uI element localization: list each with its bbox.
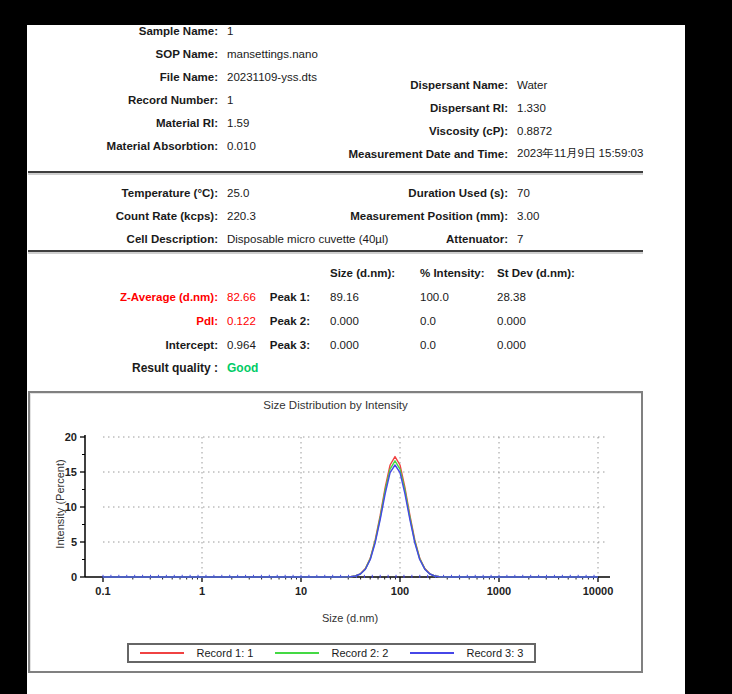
peak2-size: 0.000: [330, 310, 359, 333]
size-distribution-chart: Size Distribution by Intensity Intensity…: [28, 391, 643, 673]
field-label: Duration Used (s):: [287, 187, 508, 199]
legend-entry-record1: Record 1: 1: [129, 647, 264, 659]
peak2-label: Peak 2:: [237, 310, 310, 333]
intercept-label: Intercept:: [27, 334, 218, 357]
section-divider: [28, 250, 643, 252]
peak1-size: 89.16: [330, 286, 359, 309]
peak1-label: Peak 1:: [237, 286, 310, 309]
z-average-label: Z-Average (d.nm):: [27, 286, 218, 309]
field-value: 25.0: [227, 187, 249, 199]
field-value: 3.00: [517, 210, 539, 222]
peak3-label: Peak 3:: [237, 334, 310, 357]
field-value: mansettings.nano: [227, 48, 318, 60]
field-value: 0.010: [227, 140, 256, 152]
info-row: File Name:20231109-yss.dts: [27, 65, 318, 88]
field-value: 1.59: [227, 117, 249, 129]
peak1-stdev: 28.38: [497, 286, 526, 309]
column-header-intensity: % Intensity:: [420, 262, 485, 285]
svg-text:0.1: 0.1: [95, 585, 110, 597]
legend-label: Record 2: 2: [332, 647, 389, 659]
svg-text:100: 100: [391, 585, 409, 597]
info-row: Dispersant RI:1.330: [287, 96, 643, 119]
field-label: Material RI:: [27, 117, 218, 129]
field-value: 7: [517, 233, 523, 245]
svg-text:15: 15: [65, 466, 77, 478]
field-value: 1: [227, 25, 233, 37]
sample-info-right: Dispersant Name:Water Dispersant RI:1.33…: [287, 73, 643, 165]
field-value: 2023年11月9日 15:59:03: [517, 146, 643, 161]
plot-area: 051015200.1110100100010000: [30, 393, 641, 671]
peak2-stdev: 0.000: [497, 310, 526, 333]
column-header-stdev: St Dev (d.nm):: [497, 262, 575, 285]
info-row: Dispersant Name:Water: [287, 73, 643, 96]
info-row: Duration Used (s):70: [287, 181, 539, 204]
field-label: Temperature (°C):: [27, 187, 218, 199]
result-quality-label: Result quality :: [27, 357, 218, 380]
peak3-intensity: 0.0: [420, 334, 436, 357]
record2-line-swatch: [275, 652, 319, 654]
peak1-intensity: 100.0: [420, 286, 449, 309]
field-label: Measurement Position (mm):: [287, 210, 508, 222]
field-value: 1.330: [517, 102, 546, 114]
info-row: Material RI:1.59: [27, 111, 318, 134]
field-label: Record Number:: [27, 94, 218, 106]
record1-line-swatch: [140, 652, 184, 654]
info-row: Measurement Date and Time:2023年11月9日 15:…: [287, 142, 643, 165]
record3-line-swatch: [410, 652, 454, 654]
field-label: File Name:: [27, 71, 218, 83]
svg-text:10: 10: [295, 585, 307, 597]
field-value: 70: [517, 187, 530, 199]
field-value: 0.8872: [517, 125, 552, 137]
peak3-stdev: 0.000: [497, 334, 526, 357]
field-label: Measurement Date and Time:: [287, 148, 508, 160]
measurement-info-right: Duration Used (s):70 Measurement Positio…: [287, 181, 539, 250]
field-label: Attenuator:: [287, 233, 508, 245]
field-label: SOP Name:: [27, 48, 218, 60]
legend-entry-record3: Record 3: 3: [399, 647, 534, 659]
result-quality-value: Good: [227, 357, 258, 380]
peak3-size: 0.000: [330, 334, 359, 357]
peak2-intensity: 0.0: [420, 310, 436, 333]
field-label: Material Absorbtion:: [27, 140, 218, 152]
field-label: Sample Name:: [27, 25, 218, 37]
info-row: Record Number:1: [27, 88, 318, 111]
svg-text:5: 5: [71, 536, 77, 548]
sample-info-left: Sample Name:1 SOP Name:mansettings.nano …: [27, 19, 318, 157]
field-value: 1: [227, 94, 233, 106]
info-row: Sample Name:1: [27, 19, 318, 42]
info-row: Viscosity (cP):0.8872: [287, 119, 643, 142]
chart-legend: Record 1: 1 Record 2: 2 Record 3: 3: [127, 643, 536, 663]
info-row: SOP Name:mansettings.nano: [27, 42, 318, 65]
pdi-label: PdI:: [27, 310, 218, 333]
field-label: Viscosity (cP):: [287, 125, 508, 137]
svg-text:10000: 10000: [583, 585, 614, 597]
svg-text:0: 0: [71, 571, 77, 583]
legend-label: Record 3: 3: [467, 647, 524, 659]
report-page: Sample Name:1 SOP Name:mansettings.nano …: [27, 25, 685, 694]
field-value: 220.3: [227, 210, 256, 222]
field-label: Cell Description:: [27, 233, 218, 245]
legend-label: Record 1: 1: [197, 647, 254, 659]
info-row: Attenuator:7: [287, 227, 539, 250]
viewer-background: Sample Name:1 SOP Name:mansettings.nano …: [0, 0, 732, 694]
column-header-size: Size (d.nm):: [330, 262, 395, 285]
section-divider: [28, 171, 643, 173]
svg-text:20: 20: [65, 431, 77, 443]
info-row: Material Absorbtion:0.010: [27, 134, 318, 157]
field-label: Dispersant Name:: [287, 79, 508, 91]
svg-text:1000: 1000: [487, 585, 511, 597]
field-label: Count Rate (kcps):: [27, 210, 218, 222]
svg-text:10: 10: [65, 501, 77, 513]
svg-text:1: 1: [199, 585, 205, 597]
field-value: Water: [517, 79, 547, 91]
info-row: Measurement Position (mm):3.00: [287, 204, 539, 227]
legend-entry-record2: Record 2: 2: [264, 647, 399, 659]
field-label: Dispersant RI:: [287, 102, 508, 114]
